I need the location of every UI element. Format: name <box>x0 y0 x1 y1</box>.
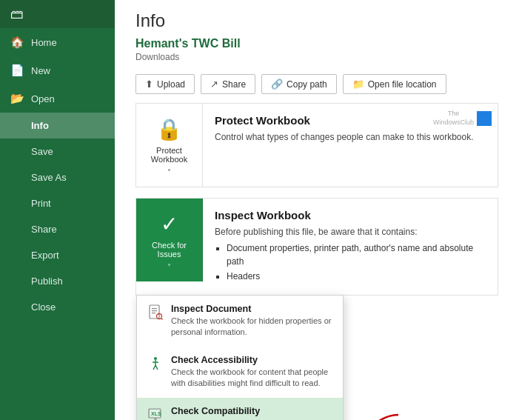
check-accessibility-text: Check Accessibility Check the workbook f… <box>171 355 332 390</box>
new-icon: 📄 <box>10 64 24 77</box>
sidebar-item-label: Info <box>31 120 49 131</box>
sidebar-item-label: Save As <box>31 172 67 183</box>
sidebar-item-print[interactable]: Print <box>0 190 115 216</box>
sidebar-top: 🗃 <box>0 0 115 28</box>
sidebar-item-label: Close <box>31 301 56 313</box>
sidebar-item-save[interactable]: Save <box>0 139 115 164</box>
compatibility-icon: XLS <box>147 407 164 420</box>
check-accessibility-item[interactable]: Check Accessibility Check the workbook f… <box>137 347 343 398</box>
chevron-down-icon: ˅ <box>167 168 171 176</box>
check-accessibility-desc: Check the workbook for content that peop… <box>171 367 332 390</box>
upload-label: Upload <box>157 79 185 90</box>
sidebar: 🗃 🏠 Home 📄 New 📂 Open Info Save Save As … <box>0 0 115 420</box>
upload-icon: ⬆ <box>145 79 153 90</box>
share-icon: ↗ <box>210 79 218 90</box>
sidebar-item-label: Export <box>31 250 59 261</box>
sidebar-item-label: Share <box>31 224 57 235</box>
sidebar-item-label: Save <box>31 146 53 157</box>
copy-path-icon: 🔗 <box>271 79 283 90</box>
sidebar-item-open[interactable]: 📂 Open <box>0 84 115 113</box>
watermark-logo <box>477 111 492 126</box>
main-content: Info Hemant's TWC Bill Downloads ⬆ Uploa… <box>115 0 519 420</box>
svg-line-10 <box>155 365 158 370</box>
check-compatibility-title: Check Compatibility <box>171 406 332 416</box>
open-file-location-button[interactable]: 📁 Open file location <box>343 74 446 94</box>
main-header: Info Hemant's TWC Bill Downloads <box>115 0 519 65</box>
watermark: The WindowsClub <box>433 110 492 127</box>
page-title: Info <box>135 10 498 31</box>
share-button[interactable]: ↗ Share <box>201 74 255 94</box>
inspect-card-title: Inspect Workbook <box>215 209 486 221</box>
inspect-document-text: Inspect Document Check the workbook for … <box>171 304 332 339</box>
check-compatibility-item[interactable]: XLS Check Compatibility Check for featur… <box>137 398 343 420</box>
accessibility-icon <box>147 356 164 376</box>
svg-rect-1 <box>152 308 157 309</box>
svg-line-5 <box>161 319 163 320</box>
protect-button-label: ProtectWorkbook <box>151 146 187 164</box>
sidebar-item-label: Home <box>31 37 57 48</box>
home-icon: 🏠 <box>10 36 24 49</box>
info-section: 🔒 ProtectWorkbook ˅ Protect Workbook Con… <box>115 103 519 296</box>
copy-path-label: Copy path <box>287 79 327 90</box>
inspect-bullet-2: Headers <box>227 270 486 283</box>
red-arrow-indicator <box>339 411 406 420</box>
check-compatibility-desc: Check for features not supported by earl… <box>171 418 332 420</box>
inspect-document-desc: Check the workbook for hidden properties… <box>171 316 332 339</box>
sidebar-item-share[interactable]: Share <box>0 216 115 242</box>
app-icon: 🗃 <box>10 7 24 22</box>
inspect-workbook-card: ✓ Check forIssues ˅ Inspect Workbook Bef… <box>135 198 498 296</box>
copy-path-button[interactable]: 🔗 Copy path <box>261 74 337 94</box>
folder-icon: 📁 <box>352 79 364 90</box>
sidebar-item-export[interactable]: Export <box>0 242 115 268</box>
sidebar-item-label: Open <box>31 93 55 104</box>
inspect-document-item[interactable]: Inspect Document Check the workbook for … <box>137 296 343 347</box>
sidebar-item-label: New <box>31 65 50 76</box>
check-issues-dropdown: Inspect Document Check the workbook for … <box>136 295 344 420</box>
sidebar-item-saveas[interactable]: Save As <box>0 164 115 190</box>
checkmark-icon: ✓ <box>161 212 178 236</box>
upload-button[interactable]: ⬆ Upload <box>135 74 195 94</box>
svg-rect-0 <box>150 305 159 319</box>
sidebar-item-new[interactable]: 📄 New <box>0 56 115 84</box>
open-icon: 📂 <box>10 92 24 105</box>
svg-line-9 <box>153 365 155 370</box>
sidebar-item-label: Publish <box>31 276 63 287</box>
document-name: Hemant's TWC Bill <box>135 37 498 50</box>
svg-rect-3 <box>152 313 155 313</box>
sidebar-item-close[interactable]: Close <box>0 294 115 320</box>
protect-workbook-button[interactable]: 🔒 ProtectWorkbook ˅ <box>136 104 203 187</box>
inspect-document-title: Inspect Document <box>171 304 332 314</box>
inspect-document-icon <box>147 304 164 324</box>
sidebar-item-label: Print <box>31 198 51 209</box>
watermark-text: The WindowsClub <box>433 110 474 127</box>
document-location: Downloads <box>135 52 498 62</box>
inspect-bullets: Document properties, printer path, autho… <box>215 241 486 283</box>
check-for-issues-button[interactable]: ✓ Check forIssues ˅ <box>136 199 203 281</box>
sidebar-item-publish[interactable]: Publish <box>0 268 115 294</box>
inspect-card-desc: Before publishing this file, be aware th… <box>215 225 486 283</box>
share-label: Share <box>222 79 246 90</box>
check-compatibility-text: Check Compatibility Check for features n… <box>171 406 332 420</box>
protect-workbook-card: 🔒 ProtectWorkbook ˅ Protect Workbook Con… <box>135 103 498 187</box>
inspect-card-body: Inspect Workbook Before publishing this … <box>203 199 498 295</box>
open-file-location-label: Open file location <box>368 79 437 90</box>
chevron-down-icon: ˅ <box>167 263 171 271</box>
inspect-bullet-1: Document properties, printer path, autho… <box>227 241 486 268</box>
check-issues-label: Check forIssues <box>152 241 187 259</box>
sidebar-item-home[interactable]: 🏠 Home <box>0 28 115 56</box>
protect-card-desc: Control what types of changes people can… <box>215 130 486 144</box>
svg-point-6 <box>154 357 157 360</box>
svg-rect-2 <box>152 310 157 311</box>
sidebar-item-info[interactable]: Info <box>0 113 115 139</box>
check-accessibility-title: Check Accessibility <box>171 355 332 365</box>
lock-icon: 🔒 <box>156 117 182 141</box>
svg-text:XLS: XLS <box>151 411 161 416</box>
action-buttons-bar: ⬆ Upload ↗ Share 🔗 Copy path 📁 Open file… <box>115 65 519 103</box>
